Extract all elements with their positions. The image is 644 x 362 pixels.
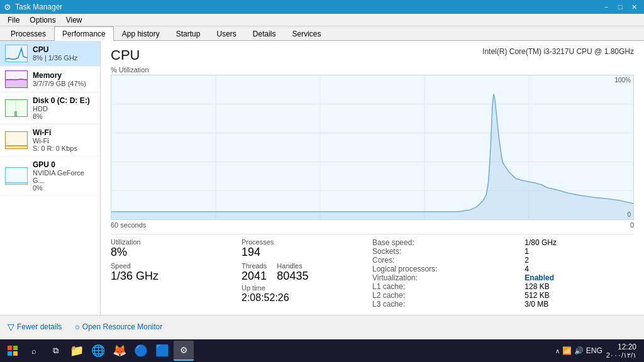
memory-detail: 3/7/7/9 GB (47%) [33, 80, 95, 87]
cpu-title: CPU [111, 47, 140, 63]
l3-val: 3/0 MB [525, 300, 634, 309]
taskbar-right: ∧ 📶 🔊 ENG 12:20 2٠٠٠/١٢/١ [555, 343, 641, 359]
taskbar-file-explorer[interactable]: 📁 [67, 341, 87, 361]
taskbar-time: 12:20 [606, 343, 636, 351]
svg-rect-17 [8, 346, 12, 350]
svg-rect-7 [6, 168, 27, 184]
virt-val: Enabled [525, 273, 634, 282]
footer: ▽ Fewer details ○ Open Resource Monitor [0, 315, 644, 337]
wifi-detail2: S: 0 R: 0 Kbps [33, 145, 95, 152]
open-resource-monitor-link[interactable]: ○ Open Resource Monitor [74, 322, 162, 332]
sidebar-item-cpu[interactable]: CPU 8% | 1/36 GHz [0, 41, 100, 67]
threads-value: 2041 [242, 270, 267, 283]
disk-info: Disk 0 (C: D: E:) HDD 8% [33, 96, 95, 120]
uptime-value: 2:08:52:26 [242, 292, 372, 304]
processes-col: Processes 194 Threads 2041 Handles 80435… [242, 238, 372, 309]
fewer-details-link[interactable]: ▽ Fewer details [8, 322, 62, 332]
memory-thumbnail [5, 70, 28, 88]
taskbar-edge[interactable]: 🌐 [88, 341, 108, 361]
base-speed-key: Base speed: [372, 238, 514, 247]
start-button[interactable] [3, 341, 23, 361]
taskbar-app1[interactable]: 🟦 [152, 341, 172, 361]
close-button[interactable]: ✕ [628, 1, 640, 13]
gpu-thumbnail [5, 167, 28, 185]
taskbar-chrome[interactable]: 🔵 [131, 341, 151, 361]
svg-rect-19 [8, 351, 12, 356]
sidebar: CPU 8% | 1/36 GHz Memory 3/7/7/9 GB (47%… [0, 41, 101, 315]
menu-bar: File Options View [0, 14, 644, 26]
app-icon: ⚙ [4, 3, 11, 12]
sidebar-item-gpu[interactable]: GPU 0 NVIDIA GeForce G... 0% [0, 156, 100, 196]
svg-rect-0 [6, 45, 27, 62]
speed-label: Speed [111, 262, 242, 270]
main-content: CPU 8% | 1/36 GHz Memory 3/7/7/9 GB (47%… [0, 41, 644, 315]
cores-val: 2 [525, 256, 634, 265]
chart-zero-label: 0 [630, 221, 634, 229]
chart-time-label: 60 seconds [111, 221, 146, 229]
l2-val: 512 KB [525, 291, 634, 300]
search-button[interactable]: ⌕ [24, 341, 44, 361]
system-tray-icons: ∧ 📶 🔊 ENG [555, 346, 602, 355]
task-view-button[interactable]: ⧉ [45, 341, 65, 361]
open-monitor-label: Open Resource Monitor [82, 322, 162, 331]
menu-file[interactable]: File [3, 14, 25, 26]
maximize-button[interactable]: □ [614, 1, 626, 13]
gpu-name: GPU 0 [33, 160, 95, 169]
base-speed-val: 1/80 GHz [525, 238, 634, 247]
taskbar-task-manager[interactable]: ⚙ [174, 341, 194, 361]
tab-services[interactable]: Services [284, 26, 330, 41]
tray-lang: ENG [586, 346, 602, 355]
tab-startup[interactable]: Startup [168, 26, 209, 41]
title-bar: ⚙ Task Manager − □ ✕ [0, 0, 644, 14]
sidebar-item-disk[interactable]: Disk 0 (C: D: E:) HDD 8% [0, 92, 100, 124]
tab-bar: Processes Performance App history Startu… [0, 26, 644, 41]
chart-label: % Utilization [111, 66, 634, 74]
sockets-val: 1 [525, 247, 634, 256]
menu-view[interactable]: View [61, 14, 87, 26]
taskbar-clock: 12:20 2٠٠٠/١٢/١ [606, 343, 636, 359]
uptime-label: Up time [242, 284, 372, 292]
wifi-detail1: Wi-Fi [33, 137, 95, 145]
speed-value: 1/36 GHz [111, 270, 242, 283]
memory-info: Memory 3/7/7/9 GB (47%) [33, 71, 95, 87]
disk-detail2: 8% [33, 112, 95, 120]
utilization-label: Utilization [111, 238, 242, 246]
processes-value: 194 [242, 246, 372, 260]
gpu-info: GPU 0 NVIDIA GeForce G... 0% [33, 160, 95, 192]
handles-col: Handles 80435 [277, 262, 308, 283]
utilization-col: Utilization 8% Speed 1/36 GHz [111, 238, 242, 309]
menu-options[interactable]: Options [25, 14, 60, 26]
stats-area: Utilization 8% Speed 1/36 GHz Processes … [111, 234, 634, 309]
logical-val: 4 [525, 265, 634, 273]
disk-detail1: HDD [33, 105, 95, 112]
tab-app-history[interactable]: App history [114, 26, 168, 41]
tab-performance[interactable]: Performance [54, 26, 114, 41]
utilization-value: 8% [111, 246, 242, 260]
details-table: Base speed: 1/80 GHz Sockets: 1 Cores: 2… [372, 238, 634, 309]
cpu-info: CPU 8% | 1/36 GHz [33, 45, 95, 62]
processes-label: Processes [242, 238, 372, 246]
disk-thumbnail [5, 99, 28, 117]
sidebar-item-memory[interactable]: Memory 3/7/7/9 GB (47%) [0, 67, 100, 92]
chart-max-label: 100% [614, 77, 631, 84]
chart-min-label: 0 [627, 211, 631, 218]
cpu-chart: 100% 0 [111, 75, 634, 220]
cpu-header: CPU Intel(R) Core(TM) i3-3217U CPU @ 1.8… [111, 47, 634, 63]
svg-marker-16 [111, 94, 633, 219]
cpu-thumbnail [5, 45, 28, 62]
svg-rect-20 [13, 351, 18, 356]
tab-processes[interactable]: Processes [3, 26, 54, 41]
monitor-icon: ○ [74, 322, 79, 332]
l3-key: L3 cache: [372, 300, 514, 309]
taskbar-firefox[interactable]: 🦊 [109, 341, 130, 361]
sidebar-item-wifi[interactable]: Wi-Fi Wi-Fi S: 0 R: 0 Kbps [0, 124, 100, 156]
disk-name: Disk 0 (C: D: E:) [33, 96, 95, 105]
cpu-name: CPU [33, 45, 95, 54]
tab-users[interactable]: Users [208, 26, 244, 41]
handles-value: 80435 [277, 270, 308, 283]
tab-details[interactable]: Details [245, 26, 284, 41]
threads-label: Threads [242, 262, 267, 270]
minimize-button[interactable]: − [600, 1, 613, 13]
tray-up-arrow[interactable]: ∧ [555, 348, 560, 354]
virt-key: Virtualization: [372, 273, 514, 282]
